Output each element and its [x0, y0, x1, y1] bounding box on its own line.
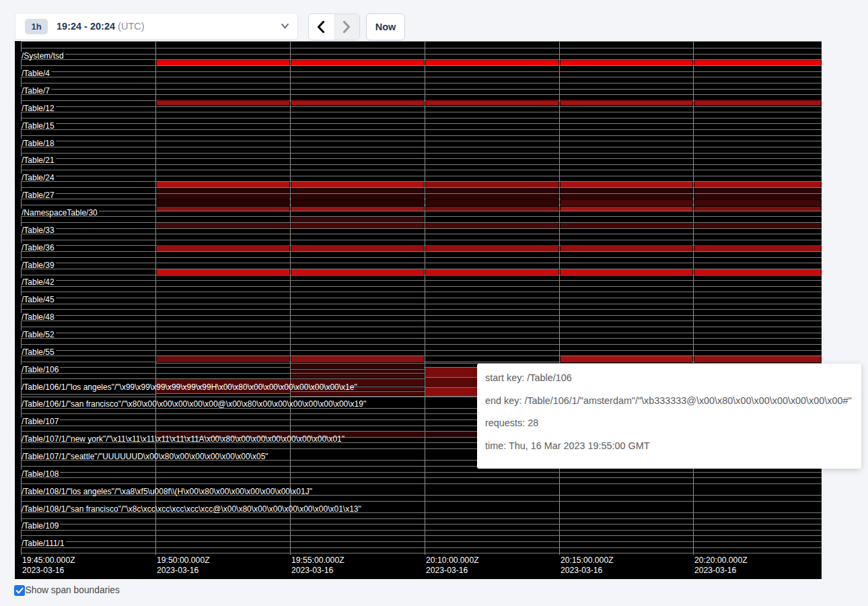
svg-text:19:45:00.000Z: 19:45:00.000Z — [22, 556, 75, 565]
svg-text:/Table/109: /Table/109 — [22, 521, 59, 531]
svg-text:19:55:00.000Z: 19:55:00.000Z — [291, 556, 345, 565]
svg-text:/Table/27: /Table/27 — [22, 191, 55, 200]
svg-text:2023-03-16: 2023-03-16 — [22, 566, 65, 575]
svg-text:/Table/39: /Table/39 — [22, 261, 55, 270]
svg-text:/Table/24: /Table/24 — [22, 173, 55, 182]
svg-text:/Table/4: /Table/4 — [22, 69, 50, 78]
svg-text:/Table/52: /Table/52 — [22, 330, 55, 339]
svg-text:/System/tsd: /System/tsd — [22, 51, 64, 61]
svg-text:20:10:00.000Z: 20:10:00.000Z — [426, 556, 479, 565]
svg-text:2023-03-16: 2023-03-16 — [157, 566, 199, 575]
svg-text:2023-03-16: 2023-03-16 — [694, 566, 737, 575]
svg-text:/Table/42: /Table/42 — [22, 277, 55, 287]
svg-text:/Table/107: /Table/107 — [22, 417, 59, 426]
svg-text:/Table/106: /Table/106 — [22, 365, 59, 374]
svg-text:/Table/106/1/"san francisco"/": /Table/106/1/"san francisco"/"\x80\x00\x… — [22, 399, 366, 409]
svg-text:/Table/108/1/"san francisco"/": /Table/108/1/"san francisco"/"\x8c\xcc\x… — [22, 504, 361, 514]
svg-text:/Table/48: /Table/48 — [22, 312, 55, 322]
svg-text:/Table/33: /Table/33 — [22, 226, 55, 235]
svg-text:2023-03-16: 2023-03-16 — [291, 566, 334, 575]
svg-text:2023-03-16: 2023-03-16 — [426, 566, 468, 575]
svg-text:/Table/21: /Table/21 — [22, 156, 55, 165]
svg-text:/Table/107/1/"new york"/"\x11\: /Table/107/1/"new york"/"\x11\x11\x11\x1… — [22, 434, 345, 444]
svg-text:/Table/108: /Table/108 — [22, 469, 59, 479]
svg-text:2023-03-16: 2023-03-16 — [560, 566, 603, 575]
svg-text:/Table/7: /Table/7 — [22, 86, 50, 96]
svg-text:/Table/45: /Table/45 — [22, 295, 55, 304]
svg-text:19:50:00.000Z: 19:50:00.000Z — [157, 556, 210, 565]
svg-text:/Table/108/1/"los angeles"/"\x: /Table/108/1/"los angeles"/"\xa8\xf5\u00… — [22, 487, 312, 496]
svg-text:/Table/36: /Table/36 — [22, 243, 55, 252]
svg-text:/Table/111/1: /Table/111/1 — [22, 539, 65, 548]
svg-text:/Table/15: /Table/15 — [22, 121, 55, 131]
svg-text:/Table/18: /Table/18 — [22, 139, 55, 148]
svg-text:/Table/106/1/"los angeles"/"\x: /Table/106/1/"los angeles"/"\x99\x99\x99… — [22, 382, 357, 392]
svg-text:20:20:00.000Z: 20:20:00.000Z — [694, 556, 748, 565]
svg-text:20:15:00.000Z: 20:15:00.000Z — [560, 556, 614, 565]
svg-text:/Table/55: /Table/55 — [22, 347, 55, 357]
svg-text:/Table/107/1/"seattle"/"UUUUUU: /Table/107/1/"seattle"/"UUUUUUD\x00\x80\… — [22, 452, 268, 461]
svg-text:/Table/12: /Table/12 — [22, 104, 55, 113]
svg-text:/NamespaceTable/30: /NamespaceTable/30 — [22, 208, 98, 217]
